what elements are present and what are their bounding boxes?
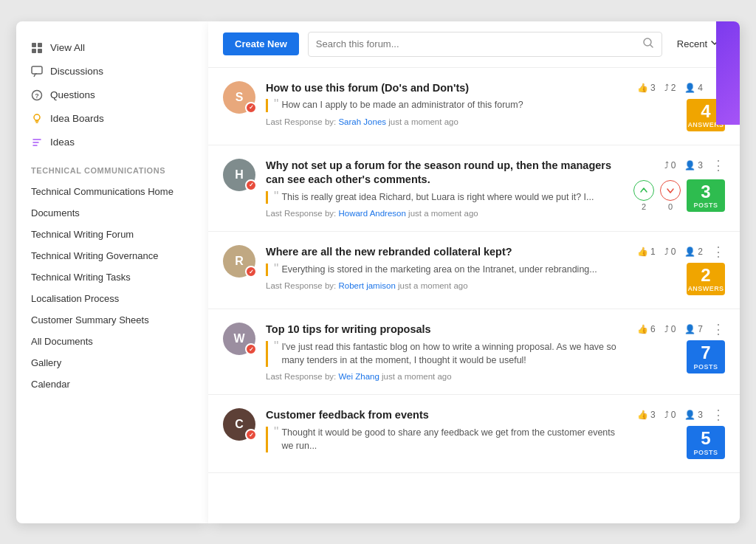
excerpt-text: This is really great idea Richard, but L… [281,191,594,204]
downvote-button[interactable] [660,180,681,201]
avatar-badge: ✓ [245,102,257,114]
person-icon: 👤 [684,324,695,334]
sidebar-item-tech-writing-forum[interactable]: Technical Writing Forum [16,224,208,245]
avatar: R ✓ [223,245,255,278]
quote-mark: " [274,262,278,275]
search-input[interactable] [316,38,636,49]
like-count: 3 [650,83,656,93]
post-excerpt: " Everything is stored in the marketing … [266,264,627,277]
sidebar-item-customer-summary-sheets[interactable]: Customer Summary Sheets [16,309,208,331]
post-actions: 👍 3 ⤴ 2 👤 4 ⋮ 4 [637,81,725,131]
like-icon: 👍 [637,410,648,420]
upvote-button[interactable] [633,180,654,201]
recent-label: Recent [677,38,707,49]
more-options-button[interactable]: ⋮ [712,408,725,421]
excerpt-text: Thought it would be good to share any fe… [281,427,627,452]
post-title[interactable]: Why not set up a forum for the season ro… [266,159,623,187]
sidebar-item-all-documents[interactable]: All Documents [16,331,208,352]
avatar-badge: ✓ [245,343,257,355]
participant-count: 7 [698,324,703,334]
post-meta: Last Response by: Robert jamison just a … [266,281,627,290]
sidebar-item-documents[interactable]: Documents [16,202,208,224]
create-new-button[interactable]: Create New [223,32,299,55]
post-actions: ⤴ 0 👤 3 ⋮ [633,159,725,212]
sidebar-item-tech-comms-home[interactable]: Technical Communications Home [16,181,208,202]
more-options-button[interactable]: ⋮ [712,323,725,336]
post-meta: Last Response by: Howard Andreson just a… [266,209,623,218]
quote-mark: " [274,190,278,203]
avatar: C ✓ [223,408,255,441]
idea-boards-icon [31,113,43,125]
sidebar-item-view-all[interactable]: View All [16,36,208,60]
post-body: How to use this forum (Do's and Don'ts) … [266,81,627,126]
svg-text:?: ? [35,92,39,100]
post-excerpt: " I've just read this fantastic blog on … [266,341,627,367]
sidebar-item-idea-boards[interactable]: Idea Boards [16,107,208,131]
sidebar-item-tech-writing-tasks[interactable]: Technical Writing Tasks [16,266,208,288]
discussions-icon [31,66,43,78]
sidebar-item-questions[interactable]: ? Questions [16,83,208,107]
sidebar-item-tech-writing-governance[interactable]: Technical Writing Governance [16,245,208,266]
quote-mark: " [274,97,278,111]
posts-list: S ✓ How to use this forum (Do's and Don'… [208,68,740,473]
excerpt-text: Everything is stored in the marketing ar… [281,264,597,277]
post-author-link[interactable]: Howard Andreson [338,209,405,218]
svg-rect-4 [32,66,42,74]
svg-rect-2 [32,49,36,53]
share-icon: ⤴ [664,410,669,420]
grid-icon [31,42,43,54]
share-icon: ⤴ [664,247,669,257]
post-author-link[interactable]: Wei Zhang [338,372,379,381]
idea-boards-label: Idea Boards [50,113,104,124]
share-icon: ⤴ [664,324,669,334]
likes-stat: 👍 6 [637,324,656,334]
answer-badge: 2 ANSWERS [687,263,725,295]
sidebar-item-discussions[interactable]: Discussions [16,60,208,83]
svg-rect-3 [38,49,42,53]
sidebar-item-calendar[interactable]: Calendar [16,373,208,395]
post-author-link[interactable]: Robert jamison [338,281,395,290]
avatar-badge: ✓ [245,429,257,441]
top-bar: Create New Recent [208,21,740,68]
post-title[interactable]: How to use this forum (Do's and Don'ts) [266,81,627,95]
post-item: H ✓ Why not set up a forum for the seaso… [208,145,740,232]
stats-row: 👍 3 ⤴ 2 👤 4 ⋮ [637,81,725,94]
person-icon: 👤 [684,247,695,257]
like-icon: 👍 [637,324,648,334]
main-content: Create New Recent [208,21,740,523]
share-icon: ⤴ [664,83,669,93]
shares-stat: ⤴ 0 [664,247,676,257]
badge-count: 7 [687,340,725,362]
participants-stat: 👤 4 [684,83,703,93]
like-icon: 👍 [637,247,648,257]
section-label: TECHNICAL COMMUNICATIONS [16,154,208,181]
post-author-link[interactable]: Sarah Jones [338,117,386,126]
person-icon: 👤 [684,83,695,93]
purple-accent-decoration [716,21,740,125]
post-meta: Last Response by: Sarah Jones just a mom… [266,117,627,126]
more-options-button[interactable]: ⋮ [712,245,725,258]
post-body: Where are all the new rebranded collater… [266,245,627,290]
answer-badge: 3 POSTS [687,179,725,212]
post-title[interactable]: Top 10 tips for writing proposals [266,323,627,337]
upvote-count: 2 [642,202,646,211]
participant-count: 3 [698,410,703,420]
post-actions: 👍 3 ⤴ 0 👤 3 ⋮ 5 [637,408,725,458]
post-title[interactable]: Customer feedback from events [266,408,627,422]
svg-rect-1 [38,43,42,47]
sidebar-item-gallery[interactable]: Gallery [16,352,208,373]
sidebar-item-localisation-process[interactable]: Localisation Process [16,288,208,309]
svg-point-7 [34,114,40,120]
shares-stat: ⤴ 0 [664,160,676,171]
sidebar-item-ideas[interactable]: Ideas [16,131,208,154]
participant-count: 4 [698,83,703,93]
participants-stat: 👤 3 [684,410,703,420]
post-title[interactable]: Where are all the new rebranded collater… [266,245,627,259]
avatar-badge: ✓ [245,266,257,278]
share-count: 0 [671,324,676,334]
search-icon[interactable] [642,37,654,52]
participant-count: 3 [698,160,703,171]
more-options-button[interactable]: ⋮ [712,159,725,172]
badge-label: POSTS [687,449,725,459]
participants-stat: 👤 2 [684,247,703,257]
